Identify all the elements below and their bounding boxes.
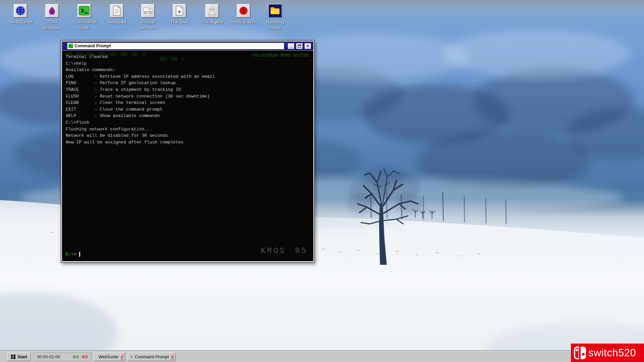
notepad-icon (110, 4, 123, 17)
terminal-line: New IP will be assigned after flush comp… (66, 139, 310, 146)
desktop-icon-label: The Agent (198, 19, 226, 24)
desktop-icon-label: Hacking Tools (261, 19, 289, 30)
terminal-cursor (79, 252, 80, 257)
maximize-button[interactable] (296, 43, 303, 49)
terminal-line: PING - Perform IP geolocation lookup (66, 80, 310, 86)
desktop-icon-label: TOR Browser (38, 19, 66, 30)
terminal-line: C:\>flush (66, 119, 310, 126)
window-titlebar[interactable]: Command Prompt _ × (62, 42, 313, 50)
close-button[interactable]: × (304, 43, 311, 49)
maximize-icon (298, 45, 301, 48)
desktop-icon-redlantern[interactable]: RedLantern (229, 4, 258, 24)
start-button-label: Start (17, 354, 28, 359)
window-controls: _ × (287, 43, 311, 49)
command-prompt-window: Command Prompt _ × FULLSCREEN MODE ACTIV… (61, 40, 315, 263)
terminal-screen[interactable]: FULLSCREEN MODE ACTIVE Terminal cleared … (62, 51, 313, 261)
terminal-output: Terminal cleared C:\>help Available comm… (66, 54, 310, 145)
desktop-icon-label: Postal Service (134, 19, 162, 30)
globe-icon (97, 355, 97, 359)
terminal-line: Available commands: (66, 67, 310, 73)
tor-onion-icon (45, 4, 59, 17)
desktop-icon-label: Command Line (70, 19, 98, 30)
tab-label: WebSurfer (99, 355, 119, 359)
terminal-line: LOG - Retrieve IP address associated wit… (66, 73, 310, 80)
taskbar: Start 00:00-02:00 0/3|0/3 WebSurfer × Co… (0, 351, 644, 362)
terminal-line: CLEAR - Clear the terminal screen (66, 100, 310, 106)
desktop-icon-label: RedLantern (229, 19, 258, 24)
terminal-prompt: C:\> (66, 252, 76, 257)
counter-divider: | (79, 354, 82, 359)
taskbar-tab-websurfer[interactable]: WebSurfer × (94, 353, 125, 361)
minimize-button[interactable]: _ (287, 43, 294, 49)
terminal-line: C:\>help (66, 60, 310, 67)
terminal-prompt-icon (130, 355, 133, 359)
desktop-icon-label: The Doc (165, 19, 194, 24)
switch520-watermark: switch520 (571, 344, 644, 362)
os-watermark: KMOS 95 (261, 247, 308, 255)
session-timer-panel: 00:00-02:00 0/3|0/3 (34, 353, 91, 361)
objective-counters: 0/3|0/3 (72, 354, 88, 359)
desktop-icon-the-agent[interactable]: The Agent (198, 4, 226, 24)
tab-label: Command Prompt (135, 355, 169, 359)
truck-icon (141, 4, 155, 17)
agent-icon (205, 4, 219, 17)
start-button[interactable]: Start (7, 353, 31, 361)
desktop-icon-postal-service[interactable]: Postal Service (134, 4, 162, 30)
window-title: Command Prompt (74, 44, 111, 48)
desktop-icon-websurfer[interactable]: WebSurfer (6, 4, 35, 24)
lantern-icon (237, 4, 250, 17)
folder-icon (268, 4, 282, 17)
terminal-icon (77, 4, 91, 17)
desktop-icon-notepad[interactable]: Notepad (103, 4, 131, 24)
counter-fail: 0/3 (82, 354, 88, 359)
switch-logo-icon (574, 347, 586, 359)
desktop-icon-hacking-tools[interactable]: Hacking Tools (261, 4, 289, 30)
brand-text: switch520 (588, 347, 636, 359)
tab-close-button[interactable]: × (171, 354, 174, 360)
terminal-line: EXIT - Close the command prompt (66, 106, 310, 113)
desktop-icon-command-line[interactable]: Command Line (70, 4, 98, 30)
window-title-field: Command Prompt (67, 43, 284, 49)
counter-success: 0/3 (72, 354, 78, 359)
terminal-line: Network will be disabled for 30 seconds (66, 132, 310, 139)
desktop-icon-tor-browser[interactable]: TOR Browser (38, 4, 66, 30)
globe-icon (14, 4, 27, 17)
terminal-line: FLUSH - Reset network connection (30 sec… (66, 93, 310, 100)
windows-logo-icon (11, 355, 15, 359)
terminal-line: TRACE - Trace a shipment by tracking ID (66, 86, 310, 93)
document-plus-icon (173, 4, 186, 17)
desktop-icon-label: Notepad (103, 19, 131, 24)
taskbar-tab-command-prompt[interactable]: Command Prompt × (128, 353, 176, 361)
terminal-prompt-line[interactable]: C:\> (66, 252, 80, 257)
terminal-line: Flushing network configuration... (66, 126, 310, 133)
terminal-icon (68, 44, 73, 48)
desktop-icon-the-doc[interactable]: The Doc (165, 4, 194, 24)
session-time: 00:00-02:00 (37, 354, 60, 359)
desktop-icon-label: WebSurfer (6, 19, 35, 24)
terminal-line: Terminal cleared (66, 54, 310, 60)
tab-close-button[interactable]: × (120, 354, 123, 360)
terminal-line: HELP - Show available commands (66, 113, 310, 119)
